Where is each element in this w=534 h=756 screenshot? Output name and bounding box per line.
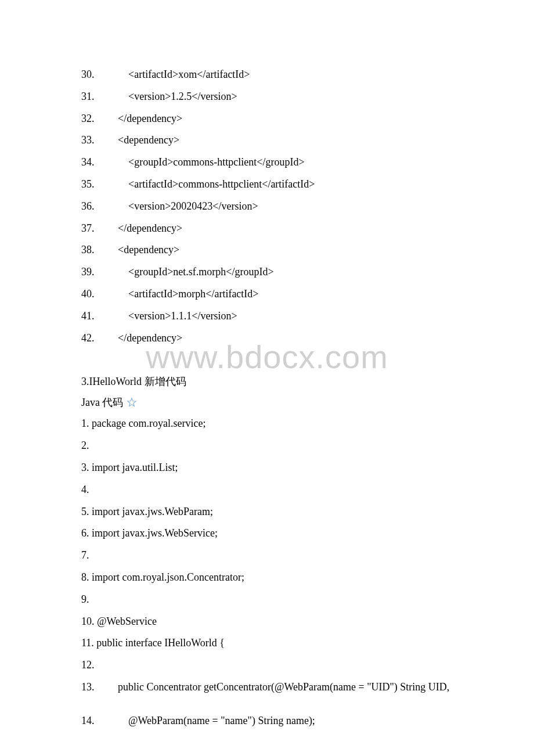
xml-code-line: 42. </dependency> bbox=[81, 327, 453, 350]
xml-code-line: 33. <dependency> bbox=[81, 129, 453, 152]
section-header: 3.IHelloWorld 新增代码 bbox=[81, 371, 453, 392]
java-code-line: 6. import javax.jws.WebService; bbox=[81, 523, 453, 545]
xml-code-line: 40. <artifactId>morph</artifactId> bbox=[81, 283, 453, 305]
xml-code-line: 37. </dependency> bbox=[81, 218, 453, 240]
xml-code-line: 35. <artifactId>commons-httpclient</arti… bbox=[81, 174, 453, 196]
xml-code-line: 34. <groupId>commons-httpclient</groupId… bbox=[81, 152, 453, 174]
java-code-line: 8. import com.royal.json.Concentrator; bbox=[81, 567, 453, 589]
xml-code-line: 31. <version>1.2.5</version> bbox=[81, 86, 453, 108]
java-code-line: 7. bbox=[81, 545, 453, 567]
java-code-line: 4. bbox=[81, 479, 453, 501]
java-code-line: 13. public Concentrator getConcentrator(… bbox=[81, 676, 453, 699]
xml-code-line: 38. <dependency> bbox=[81, 239, 453, 261]
java-code-line: 9. bbox=[81, 589, 453, 611]
xml-code-line: 32. </dependency> bbox=[81, 108, 453, 130]
java-code-line: 10. @WebService bbox=[81, 611, 453, 633]
xml-code-line: 41. <version>1.1.1</version> bbox=[81, 305, 453, 327]
java-code-line: 12. bbox=[81, 654, 453, 676]
java-code-line: 14. @WebParam(name = "name") String name… bbox=[81, 710, 453, 732]
favorite-star-icon bbox=[127, 397, 137, 408]
java-code-line: 11. public interface IHelloWorld { bbox=[81, 632, 453, 654]
xml-code-line: 36. <version>20020423</version> bbox=[81, 196, 453, 218]
document-content: 30. <artifactId>xom</artifactId> 31. <ve… bbox=[81, 64, 453, 732]
java-code-line: 5. import javax.jws.WebParam; bbox=[81, 501, 453, 523]
java-label-text: Java 代码 bbox=[81, 392, 123, 413]
java-code-label: Java 代码 bbox=[81, 392, 453, 413]
xml-code-line: 30. <artifactId>xom</artifactId> bbox=[81, 64, 453, 86]
xml-code-line: 39. <groupId>net.sf.morph</groupId> bbox=[81, 261, 453, 283]
java-code-line: 1. package com.royal.service; bbox=[81, 413, 453, 435]
java-code-line: 2. bbox=[81, 435, 453, 457]
java-code-line: 3. import java.util.List; bbox=[81, 457, 453, 479]
